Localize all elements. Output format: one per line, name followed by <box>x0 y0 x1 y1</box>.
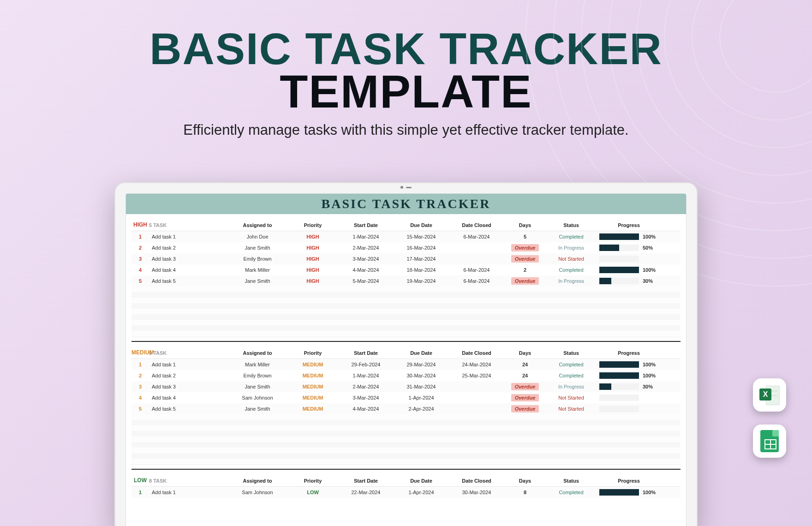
group-label: HIGH <box>131 221 149 228</box>
progress-bar <box>599 256 639 262</box>
cell-days: 24 <box>504 373 546 378</box>
empty-rows <box>131 287 681 337</box>
cell-status: In Progress <box>546 278 597 284</box>
table-row: 2Add task 2Jane SmithHIGH2-Mar-202416-Ma… <box>131 242 681 253</box>
cell-index: 1 <box>131 234 149 239</box>
cell-closed: 30-Mar-2024 <box>449 490 504 495</box>
cell-days: Overdue <box>504 255 546 263</box>
cell-assigned: Emily Brown <box>227 373 287 378</box>
cell-progress <box>597 406 661 412</box>
table-row: 1Add task 1John DoeHIGH1-Mar-202415-Mar-… <box>131 231 681 242</box>
col-due: Due Date <box>394 350 449 356</box>
col-days: Days <box>504 478 546 484</box>
progress-bar <box>599 245 639 251</box>
col-assigned: Assigned to <box>227 478 287 484</box>
col-days: Days <box>504 222 546 228</box>
progress-bar <box>599 361 639 368</box>
progress-percent: 30% <box>643 384 653 389</box>
cell-days: Overdue <box>504 277 546 285</box>
cell-priority: MEDIUM <box>287 406 338 412</box>
cell-progress: 100% <box>597 361 661 368</box>
cell-status: Completed <box>546 490 597 495</box>
cell-progress: 30% <box>597 278 661 284</box>
col-start: Start Date <box>338 478 394 484</box>
cell-due: 29-Mar-2024 <box>394 362 449 367</box>
group-task-count: 5 TASK <box>149 222 227 228</box>
cell-priority: HIGH <box>287 278 338 284</box>
cell-assigned: Sam Johnson <box>227 395 287 400</box>
cell-closed: 25-Mar-2024 <box>449 373 504 378</box>
cell-start: 1-Mar-2024 <box>338 234 394 239</box>
col-status: Status <box>546 350 597 356</box>
progress-bar <box>599 278 639 284</box>
title-line-1: BASIC TASK TRACKER <box>0 28 812 70</box>
cell-status: In Progress <box>546 384 597 389</box>
group-task-count: 5 TASK <box>149 350 227 356</box>
table-row: 1Add task 1Sam JohnsonLOW22-Mar-20241-Ap… <box>131 487 681 498</box>
cell-due: 1-Apr-2024 <box>394 395 449 400</box>
cell-progress: 100% <box>597 489 661 496</box>
cell-task: Add task 1 <box>149 490 227 495</box>
col-priority: Priority <box>287 222 338 228</box>
cell-index: 3 <box>131 256 149 262</box>
cell-task: Add task 3 <box>149 256 227 262</box>
cell-index: 5 <box>131 278 149 284</box>
cell-progress: 30% <box>597 383 661 390</box>
col-days: Days <box>504 350 546 356</box>
cell-days: Overdue <box>504 394 546 401</box>
cell-task: Add task 5 <box>149 278 227 284</box>
cell-task: Add task 2 <box>149 245 227 251</box>
cell-priority: MEDIUM <box>287 395 338 400</box>
col-assigned: Assigned to <box>227 222 287 228</box>
progress-percent: 100% <box>643 373 656 378</box>
excel-badge: X <box>753 378 786 412</box>
cell-days: 8 <box>504 490 546 495</box>
cell-days: Overdue <box>504 244 546 251</box>
col-progress: Progress <box>597 350 661 356</box>
cell-priority: MEDIUM <box>287 373 338 378</box>
cell-status: Completed <box>546 373 597 378</box>
cell-task: Add task 1 <box>149 234 227 239</box>
table-row: 3Add task 3Emily BrownHIGH3-Mar-202417-M… <box>131 253 681 264</box>
cell-index: 4 <box>131 267 149 273</box>
col-closed: Date Closed <box>449 478 504 484</box>
group-label: MEDIUM <box>131 349 149 356</box>
cell-start: 4-Mar-2024 <box>338 406 394 412</box>
progress-bar <box>599 233 639 240</box>
cell-start: 3-Mar-2024 <box>338 395 394 400</box>
progress-bar <box>599 267 639 273</box>
cell-priority: MEDIUM <box>287 362 338 367</box>
col-start: Start Date <box>338 222 394 228</box>
progress-bar <box>599 383 639 390</box>
cell-due: 18-Mar-2024 <box>394 267 449 273</box>
cell-due: 17-Mar-2024 <box>394 256 449 262</box>
cell-task: Add task 3 <box>149 384 227 389</box>
cell-progress: 100% <box>597 267 661 273</box>
cell-due: 15-Mar-2024 <box>394 234 449 239</box>
col-closed: Date Closed <box>449 350 504 356</box>
cell-due: 19-Mar-2024 <box>394 278 449 284</box>
cell-status: Not Started <box>546 395 597 400</box>
col-progress: Progress <box>597 222 661 228</box>
cell-task: Add task 1 <box>149 362 227 367</box>
cell-start: 3-Mar-2024 <box>338 256 394 262</box>
section-low: LOW8 TASKAssigned toPriorityStart DateDu… <box>126 470 686 500</box>
cell-progress: 100% <box>597 233 661 240</box>
progress-bar <box>599 394 639 401</box>
cell-due: 31-Mar-2024 <box>394 384 449 389</box>
col-start: Start Date <box>338 350 394 356</box>
cell-index: 3 <box>131 384 149 389</box>
col-status: Status <box>546 478 597 484</box>
progress-percent: 100% <box>643 267 656 273</box>
cell-due: 16-Mar-2024 <box>394 245 449 251</box>
cell-assigned: John Doe <box>227 234 287 239</box>
cell-start: 2-Mar-2024 <box>338 384 394 389</box>
cell-task: Add task 5 <box>149 406 227 412</box>
title-line-2: TEMPLATE <box>0 70 812 114</box>
cell-start: 1-Mar-2024 <box>338 373 394 378</box>
group-task-count: 8 TASK <box>149 478 227 484</box>
cell-task: Add task 4 <box>149 395 227 400</box>
google-sheets-badge <box>753 424 786 458</box>
col-progress: Progress <box>597 478 661 484</box>
cell-priority: MEDIUM <box>287 384 338 389</box>
